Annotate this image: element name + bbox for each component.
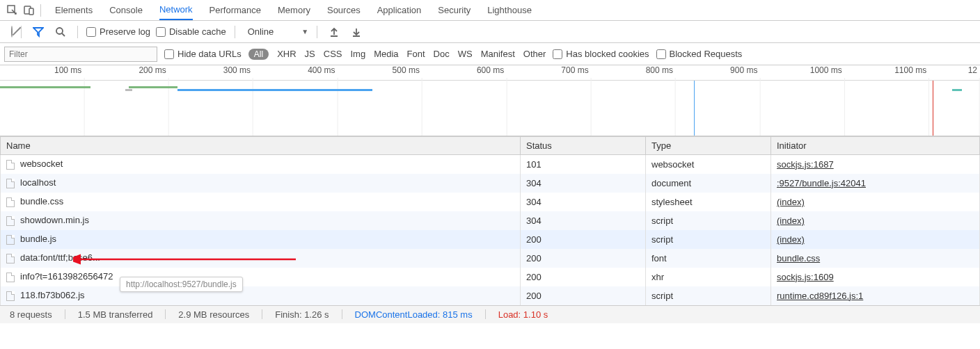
dcl-line [694, 81, 695, 136]
timeline-bar [0, 86, 90, 88]
timeline-overview[interactable]: 100 ms200 ms300 ms400 ms500 ms600 ms700 … [0, 65, 980, 136]
filter-all[interactable]: All [248, 49, 269, 60]
divider [317, 26, 317, 38]
cell-status: 101 [521, 155, 646, 174]
tab-network[interactable]: Network [159, 0, 193, 20]
initiator-link[interactable]: :9527/bundle.js:42041 [777, 178, 866, 188]
tab-application[interactable]: Application [377, 0, 422, 20]
select-element-icon[interactable] [4, 2, 21, 19]
request-row[interactable]: bundle.css304stylesheet(index) [1, 193, 980, 211]
tab-performance[interactable]: Performance [210, 0, 261, 20]
filter-css[interactable]: CSS [324, 49, 342, 59]
timeline-bar [952, 89, 962, 91]
cell-status: 200 [521, 286, 646, 305]
tab-memory[interactable]: Memory [278, 0, 310, 20]
filter-icon[interactable] [30, 24, 47, 40]
request-row[interactable]: bundle.js200script(index) [1, 230, 980, 249]
cell-name[interactable]: showdown.min.js [1, 211, 521, 230]
cell-initiator: (index) [771, 211, 980, 230]
cell-initiator: (index) [771, 230, 980, 249]
column-type[interactable]: Type [646, 137, 771, 155]
column-name[interactable]: Name [1, 137, 521, 155]
cell-type: script [646, 230, 771, 249]
timeline-ruler: 100 ms200 ms300 ms400 ms500 ms600 ms700 … [0, 65, 980, 81]
tick: 300 ms [223, 65, 253, 75]
initiator-link[interactable]: (index) [777, 216, 805, 226]
filter-xhr[interactable]: XHR [277, 49, 296, 59]
cell-type: script [646, 211, 771, 230]
transferred-size: 1.5 MB transferred [75, 309, 156, 320]
tick: 1100 ms [894, 65, 929, 75]
download-icon[interactable] [348, 24, 365, 40]
tab-sources[interactable]: Sources [327, 0, 361, 20]
cell-name[interactable]: localhost [1, 174, 521, 193]
cell-name[interactable]: 118.fb73b062.js [1, 286, 521, 305]
file-icon [6, 160, 15, 170]
filter-media[interactable]: Media [374, 49, 398, 59]
has-blocked-cookies-checkbox[interactable]: Has blocked cookies [553, 49, 649, 59]
svg-rect-2 [29, 8, 33, 15]
filter-font[interactable]: Font [407, 49, 425, 59]
device-toggle-icon[interactable] [21, 2, 38, 19]
tab-console[interactable]: Console [109, 0, 143, 20]
panel-tabs: ElementsConsoleNetworkPerformanceMemoryS… [55, 0, 532, 20]
cell-name[interactable]: bundle.css [1, 193, 521, 211]
network-toolbar: Preserve log Disable cache Online▼ [0, 21, 980, 43]
cell-type: script [646, 286, 771, 305]
request-row[interactable]: websocket101websocketsockjs.js:1687 [1, 155, 980, 174]
search-icon[interactable] [52, 24, 69, 40]
requests-count: 8 requests [7, 309, 55, 320]
column-initiator[interactable]: Initiator [771, 137, 980, 155]
cell-status: 200 [521, 268, 646, 286]
initiator-link[interactable]: bundle.css [777, 253, 820, 263]
cell-type: font [646, 249, 771, 268]
disable-cache-checkbox[interactable]: Disable cache [156, 26, 226, 37]
request-row[interactable]: localhost304document:9527/bundle.js:4204… [1, 174, 980, 193]
initiator-link[interactable]: sockjs.js:1687 [777, 159, 834, 170]
filter-doc[interactable]: Doc [434, 49, 450, 59]
load-line [933, 81, 933, 136]
tab-lighthouse[interactable]: Lighthouse [487, 0, 532, 20]
tick: 1000 ms [810, 65, 845, 75]
cell-initiator: sockjs.js:1687 [771, 155, 980, 174]
cell-name[interactable]: bundle.js [1, 230, 521, 249]
column-status[interactable]: Status [521, 137, 646, 155]
initiator-link[interactable]: (index) [777, 234, 805, 245]
upload-icon[interactable] [326, 24, 342, 40]
main-toolbar: ElementsConsoleNetworkPerformanceMemoryS… [0, 0, 980, 21]
blocked-requests-checkbox[interactable]: Blocked Requests [656, 49, 743, 59]
tab-security[interactable]: Security [438, 0, 471, 20]
svg-line-4 [62, 33, 65, 36]
filter-bar: Hide data URLs AllXHRJSCSSImgMediaFontDo… [0, 43, 980, 65]
timeline-bar [177, 89, 372, 91]
request-row[interactable]: data:font/ttf;base6...200fontbundle.css [1, 249, 980, 268]
filter-manifest[interactable]: Manifest [481, 49, 515, 59]
divider [235, 26, 235, 38]
filter-ws[interactable]: WS [458, 49, 473, 59]
clear-button[interactable] [11, 26, 13, 37]
tick: 900 ms [730, 65, 760, 75]
tick: 800 ms [646, 65, 676, 75]
filter-input[interactable] [4, 47, 157, 62]
initiator-link[interactable]: sockjs.js:1609 [777, 272, 834, 282]
throttling-select[interactable]: Online▼ [248, 26, 308, 37]
hide-data-urls-checkbox[interactable]: Hide data URLs [164, 49, 242, 59]
finish-time: Finish: 1.26 s [272, 309, 331, 320]
cell-name[interactable]: data:font/ttf;base6... [1, 249, 521, 268]
cell-name[interactable]: websocket [1, 155, 521, 174]
tab-elements[interactable]: Elements [55, 0, 93, 20]
tick: 400 ms [308, 65, 338, 75]
file-icon [6, 197, 15, 207]
dcl-time: DOMContentLoaded: 815 ms [352, 309, 475, 320]
request-row[interactable]: showdown.min.js304script(index) [1, 211, 980, 230]
cell-name[interactable]: info?t=1613982656472 [1, 268, 521, 286]
cell-initiator: runtime.cd89f126.js:1 [771, 286, 980, 305]
chevron-down-icon: ▼ [301, 28, 308, 35]
filter-other[interactable]: Other [523, 49, 546, 59]
filter-img[interactable]: Img [350, 49, 365, 59]
cell-type: xhr [646, 268, 771, 286]
preserve-log-checkbox[interactable]: Preserve log [86, 26, 150, 37]
filter-js[interactable]: JS [305, 49, 315, 59]
initiator-link[interactable]: runtime.cd89f126.js:1 [777, 291, 863, 301]
initiator-link[interactable]: (index) [777, 197, 805, 207]
